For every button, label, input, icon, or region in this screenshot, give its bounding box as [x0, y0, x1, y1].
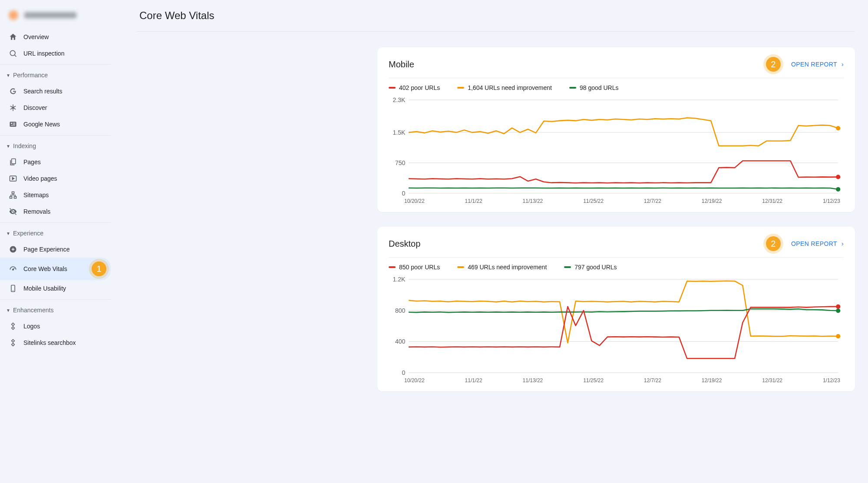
- main-content: Core Web Vitals Mobile2OPEN REPORT›402 p…: [111, 0, 868, 483]
- sidebar-item-video-pages[interactable]: Video pages: [0, 170, 111, 187]
- svg-rect-3: [11, 123, 12, 124]
- card-desktop: Desktop2OPEN REPORT›850 poor URLs469 URL…: [377, 227, 855, 391]
- chevron-right-icon: ›: [842, 61, 844, 68]
- card-title: Mobile: [389, 60, 414, 69]
- svg-point-27: [836, 187, 840, 192]
- chart-legend: 850 poor URLs469 URLs need improvement79…: [389, 258, 844, 275]
- chart-x-axis: 10/20/2211/1/2211/13/2211/25/2212/7/2212…: [389, 375, 844, 384]
- annotation-badge: 2: [766, 236, 781, 251]
- svg-point-0: [10, 50, 15, 56]
- chevron-down-icon: ▼: [4, 73, 12, 78]
- chevron-down-icon: ▼: [4, 144, 12, 149]
- sidebar-item-label: Search results: [23, 88, 62, 95]
- svg-point-15: [13, 269, 14, 270]
- asterisk-icon: [9, 103, 17, 112]
- mobile-icon: [9, 284, 17, 293]
- chevron-right-icon: ›: [842, 240, 844, 247]
- search-icon: [9, 49, 17, 58]
- sidebar-item-label: Logos: [23, 323, 40, 330]
- svg-rect-4: [13, 123, 15, 123]
- svg-point-37: [836, 334, 840, 338]
- sidebar-item-label: Mobile Usability: [23, 285, 66, 292]
- annotation-badge: 1: [92, 261, 106, 276]
- svg-rect-6: [11, 125, 15, 126]
- svg-rect-9: [12, 192, 14, 194]
- sidebar-item-overview[interactable]: Overview: [0, 29, 111, 45]
- plus-icon: [9, 245, 17, 254]
- svg-text:1.5K: 1.5K: [393, 129, 406, 136]
- sidebar-item-mobile-usability[interactable]: Mobile Usability: [0, 280, 111, 297]
- video-icon: [9, 174, 17, 183]
- chevron-down-icon: ▼: [4, 231, 12, 236]
- diamond-icon: [9, 322, 17, 331]
- sidebar-item-core-web-vitals[interactable]: Core Web Vitals1: [0, 258, 111, 280]
- sidebar-item-discover[interactable]: Discover: [0, 99, 111, 116]
- legend-swatch: [457, 266, 464, 268]
- chart-legend: 402 poor URLs1,604 URLs need improvement…: [389, 78, 844, 96]
- sidebar-item-google-news[interactable]: Google News: [0, 116, 111, 132]
- sidebar-item-url-inspection[interactable]: URL inspection: [0, 45, 111, 62]
- chart-desktop: 04008001.2K: [389, 275, 844, 375]
- legend-swatch: [457, 87, 464, 89]
- svg-rect-11: [14, 196, 17, 198]
- sidebar-item-logos[interactable]: Logos: [0, 318, 111, 334]
- svg-text:400: 400: [395, 338, 406, 345]
- sidebar-item-pages[interactable]: Pages: [0, 154, 111, 170]
- sidebar-item-label: Google News: [23, 121, 60, 128]
- legend-item-need: 469 URLs need improvement: [457, 264, 547, 271]
- sitemaps-icon: [9, 191, 17, 199]
- svg-text:0: 0: [402, 369, 406, 375]
- sidebar-item-label: Video pages: [23, 175, 57, 182]
- annotation-badge: 2: [766, 57, 781, 72]
- sidebar-item-label: Core Web Vitals: [23, 265, 67, 272]
- sidebar-section-experience[interactable]: ▼Experience: [0, 225, 111, 241]
- sidebar-section-enhancements[interactable]: ▼Enhancements: [0, 302, 111, 318]
- legend-swatch: [564, 266, 571, 268]
- legend-item-good: 98 good URLs: [569, 84, 619, 91]
- sidebar-item-sitelinks-searchbox[interactable]: Sitelinks searchbox: [0, 334, 111, 351]
- chevron-down-icon: ▼: [4, 308, 12, 313]
- sidebar-item-label: Sitemaps: [23, 192, 49, 198]
- svg-point-26: [836, 126, 840, 130]
- sidebar-item-label: URL inspection: [23, 50, 64, 57]
- open-report-button[interactable]: OPEN REPORT›: [791, 61, 844, 68]
- svg-rect-7: [12, 159, 16, 164]
- sidebar-section-indexing[interactable]: ▼Indexing: [0, 138, 111, 154]
- svg-text:0: 0: [402, 190, 406, 195]
- svg-text:800: 800: [395, 307, 406, 314]
- sidebar-item-label: Page Experience: [23, 246, 70, 253]
- svg-point-28: [836, 175, 840, 179]
- sidebar-item-label: Removals: [23, 208, 50, 215]
- speed-icon: [9, 265, 17, 273]
- pages-icon: [9, 158, 17, 166]
- home-icon: [9, 33, 17, 41]
- svg-rect-10: [10, 196, 12, 198]
- news-icon: [9, 120, 17, 129]
- sidebar-item-page-experience[interactable]: Page Experience: [0, 241, 111, 258]
- card-mobile: Mobile2OPEN REPORT›402 poor URLs1,604 UR…: [377, 47, 855, 212]
- legend-swatch: [389, 266, 396, 268]
- svg-text:750: 750: [395, 159, 406, 166]
- chart-x-axis: 10/20/2211/1/2211/13/2211/25/2212/7/2212…: [389, 195, 844, 204]
- svg-line-1: [15, 55, 17, 57]
- legend-item-poor: 402 poor URLs: [389, 84, 440, 91]
- sidebar-section-performance[interactable]: ▼Performance: [0, 67, 111, 83]
- chart-mobile: 07501.5K2.3K: [389, 96, 844, 195]
- sidebar-item-sitemaps[interactable]: Sitemaps: [0, 187, 111, 203]
- sidebar: OverviewURL inspection ▼PerformanceSearc…: [0, 0, 111, 483]
- svg-point-38: [836, 308, 840, 313]
- card-title: Desktop: [389, 239, 420, 249]
- sidebar-item-removals[interactable]: Removals: [0, 203, 111, 220]
- open-report-button[interactable]: OPEN REPORT›: [791, 240, 844, 247]
- property-selector[interactable]: [0, 4, 111, 29]
- legend-item-need: 1,604 URLs need improvement: [457, 84, 552, 91]
- svg-point-39: [836, 304, 840, 309]
- sidebar-item-search-results[interactable]: Search results: [0, 83, 111, 99]
- page-title: Core Web Vitals: [137, 0, 855, 32]
- sidebar-item-label: Pages: [23, 159, 41, 165]
- legend-item-poor: 850 poor URLs: [389, 264, 440, 271]
- legend-swatch: [389, 87, 396, 89]
- svg-rect-5: [13, 124, 15, 124]
- legend-swatch: [569, 87, 576, 89]
- legend-item-good: 797 good URLs: [564, 264, 617, 271]
